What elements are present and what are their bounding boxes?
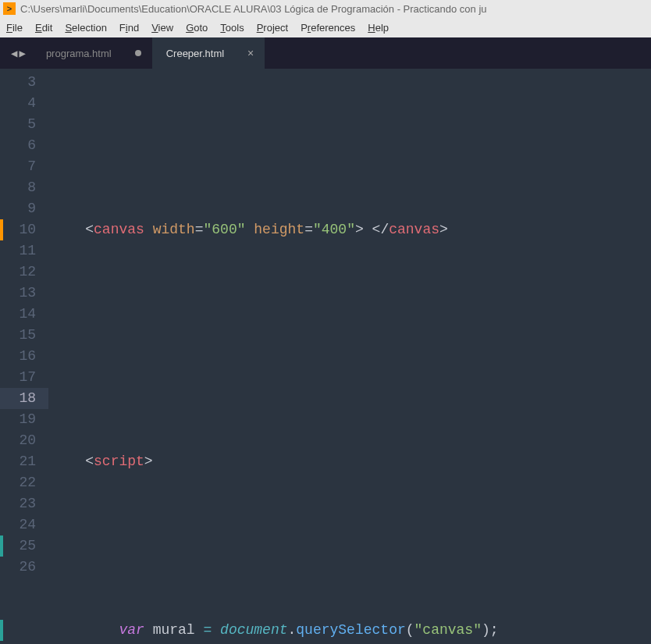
line-number: 7 (0, 156, 36, 177)
tab-label: programa.html (46, 48, 112, 59)
line-number: 24 (0, 514, 36, 535)
tab-prev-icon[interactable]: ◀ (11, 47, 17, 60)
tab-label: Creeper.html (166, 48, 224, 59)
code-line[interactable] (48, 535, 651, 557)
line-number: 11 (0, 240, 36, 262)
line-number: 25 (0, 535, 36, 557)
line-number: 5 (0, 114, 36, 135)
tab-nav: ◀ ▶ (5, 47, 32, 60)
title-bar: > C:\Users\marli\Documents\Education\ORA… (0, 0, 651, 17)
line-number: 3 (0, 72, 36, 93)
line-number: 21 (0, 451, 36, 472)
code-line[interactable]: var mural = document.querySelector("canv… (48, 620, 651, 641)
line-number: 22 (0, 472, 36, 493)
menu-tools[interactable]: Tools (220, 22, 244, 34)
editor[interactable]: 3456789101112131415161718192021222324252… (0, 69, 651, 644)
line-number: 14 (0, 304, 36, 325)
code-line[interactable] (48, 135, 651, 156)
menu-view[interactable]: View (151, 22, 173, 34)
code-line[interactable]: <canvas width="600" height="400"> </canv… (48, 219, 651, 240)
tab-creeper[interactable]: Creeper.html × (152, 37, 265, 69)
line-number: 8 (0, 177, 36, 198)
line-number: 19 (0, 409, 36, 430)
code-line[interactable] (48, 304, 651, 325)
menu-edit[interactable]: Edit (35, 22, 52, 34)
line-number: 6 (0, 135, 36, 156)
menu-preferences[interactable]: Preferences (301, 22, 355, 34)
tab-bar: ◀ ▶ programa.html Creeper.html × (0, 37, 651, 69)
menu-bar: File Edit Selection Find View Goto Tools… (0, 17, 651, 37)
line-number: 13 (0, 283, 36, 304)
line-number: 20 (0, 430, 36, 451)
dirty-indicator-icon (135, 50, 141, 56)
line-number: 15 (0, 325, 36, 346)
menu-help[interactable]: Help (368, 22, 389, 34)
code-line[interactable] (48, 367, 651, 388)
tab-programa[interactable]: programa.html (32, 37, 152, 69)
menu-selection[interactable]: Selection (65, 22, 106, 34)
menu-project[interactable]: Project (257, 22, 288, 34)
window-title: C:\Users\marli\Documents\Education\ORACL… (20, 3, 487, 15)
line-number: 9 (0, 198, 36, 219)
menu-goto[interactable]: Goto (186, 22, 208, 34)
line-number: 4 (0, 93, 36, 114)
line-number: 26 (0, 557, 36, 578)
line-number: 23 (0, 493, 36, 514)
close-icon[interactable]: × (247, 47, 254, 59)
line-number: 12 (0, 262, 36, 283)
code-line[interactable]: <script> (48, 451, 651, 472)
line-number: 17 (0, 367, 36, 388)
menu-find[interactable]: Find (119, 22, 139, 34)
app-icon: > (3, 2, 16, 15)
line-number: 10 (0, 219, 36, 240)
menu-file[interactable]: File (6, 22, 23, 34)
line-number: 16 (0, 346, 36, 367)
tab-next-icon[interactable]: ▶ (19, 47, 25, 60)
line-number: 18 (0, 388, 48, 409)
gutter: 3456789101112131415161718192021222324252… (0, 69, 48, 644)
code-area[interactable]: <canvas width="600" height="400"> </canv… (48, 69, 651, 644)
